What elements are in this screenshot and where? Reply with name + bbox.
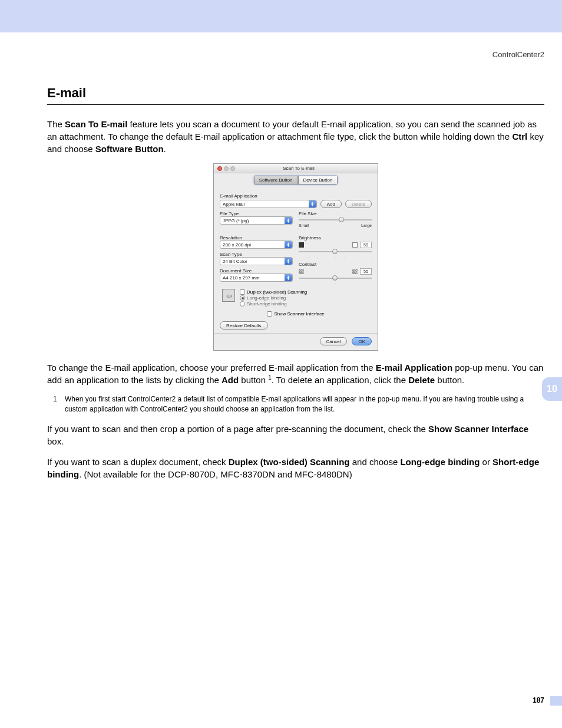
text: . To delete an application, click the bbox=[272, 375, 408, 385]
radio-icon bbox=[240, 295, 245, 301]
footnote-number: 1 bbox=[47, 394, 65, 414]
bold: Long-edge binding bbox=[400, 457, 480, 467]
close-icon[interactable] bbox=[217, 166, 222, 171]
text: . bbox=[164, 144, 166, 154]
chevron-updown-icon: ▲▼ bbox=[285, 217, 292, 224]
footnote-text: When you first start ControlCenter2 a de… bbox=[65, 394, 544, 414]
bold: Software Button bbox=[95, 144, 164, 154]
bold: Add bbox=[222, 375, 239, 385]
chevron-updown-icon: ▲▼ bbox=[309, 200, 316, 207]
label: Show Scanner Interface bbox=[274, 311, 324, 317]
paragraph-4: If you want to scan a duplex document, c… bbox=[47, 456, 544, 480]
dialog-title: Scan To E-mail bbox=[223, 166, 374, 171]
text: . (Not available for the DCP-8070D, MFC-… bbox=[79, 469, 352, 479]
contrast-low-icon bbox=[299, 269, 304, 274]
label-email-application: E-mail Application bbox=[220, 193, 372, 199]
duplex-area: ▭ Duplex (two-sided) Scanning Long-edge … bbox=[220, 285, 372, 311]
bold: E-mail Application bbox=[376, 363, 452, 373]
bold: Scan To E-mail bbox=[65, 119, 127, 129]
label-document-size: Document Size bbox=[220, 268, 293, 274]
add-button[interactable]: Add bbox=[320, 200, 342, 208]
tab-row: Software Button Device Button bbox=[214, 173, 378, 187]
label-large: Large bbox=[361, 223, 372, 228]
select-value: 200 x 200 dpi bbox=[223, 242, 251, 248]
label-small: Small bbox=[299, 223, 309, 228]
paragraph-1: The Scan To E-mail feature lets you scan… bbox=[47, 118, 544, 155]
bold: Ctrl bbox=[512, 131, 527, 141]
restore-defaults-button[interactable]: Restore Defaults bbox=[220, 321, 268, 330]
radio-icon bbox=[240, 301, 245, 307]
text: If you want to scan a duplex document, c… bbox=[47, 457, 229, 467]
paragraph-3: If you want to scan and then crop a port… bbox=[47, 423, 544, 447]
show-scanner-interface-row[interactable]: Show Scanner Interface bbox=[220, 311, 372, 317]
top-band bbox=[0, 0, 562, 32]
label-file-type: File Type bbox=[220, 211, 293, 216]
text: The bbox=[47, 119, 65, 129]
label: Duplex (two-sided) Scanning bbox=[247, 289, 307, 295]
ok-button[interactable]: OK bbox=[352, 337, 372, 345]
text: To change the E-mail application, choose… bbox=[47, 363, 376, 373]
text: box. bbox=[47, 436, 64, 446]
text: and choose bbox=[350, 457, 401, 467]
file-type-select[interactable]: JPEG (*.jpg) ▲▼ bbox=[220, 216, 293, 225]
scan-to-email-dialog: Scan To E-mail Software Button Device Bu… bbox=[213, 163, 378, 351]
chapter-tab: 10 bbox=[542, 377, 562, 401]
checkbox-icon bbox=[240, 289, 245, 295]
text: button bbox=[239, 375, 268, 385]
brightness-slider[interactable] bbox=[299, 251, 372, 252]
dialog-titlebar: Scan To E-mail bbox=[214, 164, 378, 173]
tab-software-button[interactable]: Software Button bbox=[254, 176, 298, 185]
section-title: E-mail bbox=[47, 85, 544, 105]
bold: Duplex (two-sided) Scanning bbox=[229, 457, 350, 467]
select-value: 24 Bit Color bbox=[223, 259, 247, 264]
duplex-checkbox-row[interactable]: Duplex (two-sided) Scanning bbox=[240, 289, 307, 295]
label-resolution: Resolution bbox=[220, 235, 293, 241]
brightness-light-icon bbox=[352, 242, 358, 248]
contrast-slider[interactable] bbox=[299, 278, 372, 279]
tab-device-button[interactable]: Device Button bbox=[298, 176, 338, 185]
page-content: ControlCenter2 E-mail The Scan To E-mail… bbox=[0, 32, 562, 480]
document-size-select[interactable]: A4 210 x 297 mm ▲▼ bbox=[220, 274, 293, 282]
brightness-value[interactable]: 50 bbox=[360, 242, 372, 248]
scan-type-select[interactable]: 24 Bit Color ▲▼ bbox=[220, 257, 293, 265]
contrast-high-icon bbox=[352, 269, 358, 274]
label-scan-type: Scan Type bbox=[220, 252, 293, 257]
brightness-dark-icon bbox=[299, 242, 304, 248]
select-value: A4 210 x 297 mm bbox=[223, 275, 260, 281]
page-number: 187 bbox=[533, 696, 544, 704]
tab-segmented-control: Software Button Device Button bbox=[254, 176, 338, 185]
chevron-updown-icon: ▲▼ bbox=[285, 258, 292, 265]
footnote-1: 1 When you first start ControlCenter2 a … bbox=[47, 394, 544, 414]
chevron-updown-icon: ▲▼ bbox=[285, 241, 292, 248]
label: Short-edge binding bbox=[247, 301, 287, 307]
text: If you want to scan and then crop a port… bbox=[47, 424, 428, 434]
chevron-updown-icon: ▲▼ bbox=[285, 274, 292, 281]
resolution-select[interactable]: 200 x 200 dpi ▲▼ bbox=[220, 241, 293, 249]
file-size-slider[interactable] bbox=[299, 219, 372, 220]
delete-button[interactable]: Delete bbox=[345, 200, 372, 208]
paragraph-2: To change the E-mail application, choose… bbox=[47, 361, 544, 386]
label-contrast: Contrast bbox=[299, 262, 372, 267]
label: Long-edge binding bbox=[247, 295, 286, 301]
cancel-button[interactable]: Cancel bbox=[320, 337, 348, 345]
text: button. bbox=[435, 375, 464, 385]
text: or bbox=[480, 457, 492, 467]
email-application-select[interactable]: Apple Mail ▲▼ bbox=[220, 200, 317, 208]
running-header: ControlCenter2 bbox=[47, 50, 544, 59]
select-value: JPEG (*.jpg) bbox=[223, 218, 249, 223]
duplex-icon: ▭ bbox=[222, 289, 235, 302]
bold: Delete bbox=[408, 375, 435, 385]
contrast-value[interactable]: 50 bbox=[360, 268, 372, 275]
label-file-size: File Size bbox=[299, 211, 372, 216]
checkbox-icon bbox=[267, 311, 272, 317]
long-edge-radio-row[interactable]: Long-edge binding bbox=[240, 295, 307, 301]
short-edge-radio-row[interactable]: Short-edge binding bbox=[240, 301, 307, 307]
page-number-stripe bbox=[550, 696, 562, 706]
label-brightness: Brightness bbox=[299, 235, 372, 241]
dialog-footer: Cancel OK bbox=[214, 333, 378, 350]
bold: Show Scanner Interface bbox=[428, 424, 528, 434]
select-value: Apple Mail bbox=[223, 202, 244, 207]
dialog-body: E-mail Application Apple Mail ▲▼ Add Del… bbox=[214, 187, 378, 333]
